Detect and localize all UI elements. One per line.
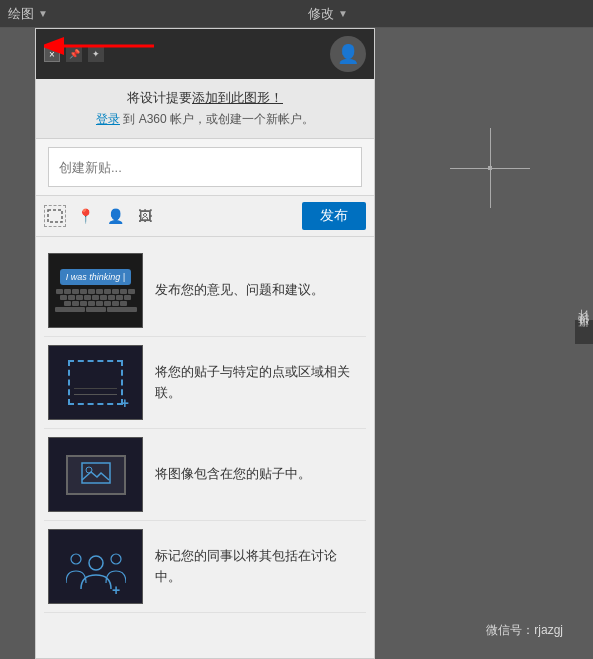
people-group: + — [66, 539, 126, 594]
login-subtext: 登录 到 A360 帐户，或创建一个新帐户。 — [48, 111, 362, 128]
key — [124, 295, 131, 300]
key — [116, 295, 123, 300]
key-space — [86, 307, 106, 312]
feature-img-location: + — [48, 345, 143, 420]
key — [80, 301, 87, 306]
image-inner-icon — [72, 461, 120, 489]
key — [128, 289, 135, 294]
svg-point-5 — [89, 556, 103, 570]
keyboard-row-3 — [64, 301, 127, 306]
key — [72, 301, 79, 306]
region-select-icon-svg — [47, 209, 63, 223]
key — [108, 295, 115, 300]
key — [120, 289, 127, 294]
watermark: 微信号：rjazgj — [486, 622, 563, 639]
line-decor — [74, 388, 117, 389]
menu-drawing[interactable]: 绘图 ▼ — [8, 5, 48, 23]
key — [64, 301, 71, 306]
svg-text:+: + — [112, 582, 120, 597]
select-region-icon[interactable] — [44, 205, 66, 227]
keyboard-row-2 — [60, 295, 131, 300]
login-link[interactable]: 登录 — [96, 112, 120, 126]
menu-drawing-label: 绘图 — [8, 5, 34, 23]
feature-img-people: + — [48, 529, 143, 604]
design-feed-panel: × 📌 ✦ 👤 将设计提要添加到此图形！ 登录 到 A360 帐户，或创建一个新… — [35, 28, 375, 659]
login-prefix: 将设计提要 — [127, 90, 192, 105]
key — [72, 289, 79, 294]
menu-modify[interactable]: 修改 ▼ — [308, 5, 348, 23]
key — [120, 301, 127, 306]
key — [80, 289, 87, 294]
feature-item-image: 将图像包含在您的贴子中。 — [44, 429, 366, 521]
feature-item-mention: + 标记您的同事以将其包括在讨论中。 — [44, 521, 366, 613]
location-box: + — [68, 360, 123, 405]
svg-rect-2 — [48, 210, 62, 222]
post-toolbar: 📍 👤 🖼 发布 — [36, 196, 374, 237]
svg-point-6 — [71, 554, 81, 564]
svg-point-7 — [111, 554, 121, 564]
post-input-area — [36, 139, 374, 196]
feature-img-typing: I was thinking | — [48, 253, 143, 328]
feature-text-image: 将图像包含在您的贴子中。 — [155, 464, 311, 485]
key — [88, 289, 95, 294]
laptop-shape — [66, 455, 126, 495]
key — [88, 301, 95, 306]
key — [96, 289, 103, 294]
image-icon-glyph: 🖼 — [138, 208, 152, 224]
cad-canvas — [380, 28, 593, 659]
key — [104, 301, 111, 306]
keyboard-row-4 — [55, 307, 137, 312]
key — [64, 289, 71, 294]
user-avatar: 👤 — [330, 36, 366, 72]
menu-modify-arrow: ▼ — [338, 8, 348, 19]
pin-location-icon[interactable]: 📍 — [74, 205, 96, 227]
key — [56, 289, 63, 294]
key — [104, 289, 111, 294]
key-wide — [55, 307, 85, 312]
people-svg: + — [66, 539, 126, 597]
key-wide2 — [107, 307, 137, 312]
red-arrow-indicator — [44, 36, 164, 86]
feature-text-mention: 标记您的同事以将其包括在讨论中。 — [155, 546, 362, 588]
login-prompt-text: 将设计提要添加到此图形！ — [48, 89, 362, 107]
pin-icon-glyph: 📍 — [77, 208, 94, 224]
feature-text-opinion: 发布您的意见、问题和建议。 — [155, 280, 324, 301]
feature-img-image — [48, 437, 143, 512]
key — [100, 295, 107, 300]
attach-image-icon[interactable]: 🖼 — [134, 205, 156, 227]
watermark-text: 微信号：rjazgj — [486, 623, 563, 637]
line-decor2 — [74, 394, 117, 395]
key — [76, 295, 83, 300]
laptop-screen — [72, 461, 120, 489]
location-plus-icon: + — [121, 395, 129, 411]
key — [112, 301, 119, 306]
menu-modify-label: 修改 — [308, 5, 334, 23]
sidebar-vertical-text: 概计设计 — [576, 328, 591, 336]
feature-item-opinion: I was thinking | — [44, 245, 366, 337]
key — [84, 295, 91, 300]
login-suffix: 到 A360 帐户，或创建一个新帐户。 — [123, 112, 314, 126]
feature-list: I was thinking | — [36, 237, 374, 658]
key — [60, 295, 67, 300]
key — [96, 301, 103, 306]
key — [112, 289, 119, 294]
publish-button[interactable]: 发布 — [302, 202, 366, 230]
mention-user-icon[interactable]: 👤 — [104, 205, 126, 227]
toolbar-icon-group: 📍 👤 🖼 — [44, 205, 156, 227]
typing-bubble: I was thinking | — [60, 269, 131, 285]
avatar-icon: 👤 — [337, 43, 359, 65]
image-svg-icon — [81, 462, 111, 487]
key — [92, 295, 99, 300]
feature-item-location: + 将您的贴子与特定的点或区域相关联。 — [44, 337, 366, 429]
crosshair-dot — [488, 166, 492, 170]
person-icon-glyph: 👤 — [107, 208, 124, 224]
menu-drawing-arrow: ▼ — [38, 8, 48, 19]
post-input-field[interactable] — [48, 147, 362, 187]
login-prompt-area: 将设计提要添加到此图形！ 登录 到 A360 帐户，或创建一个新帐户。 — [36, 79, 374, 139]
key — [68, 295, 75, 300]
right-sidebar: 概计设计 — [575, 320, 593, 344]
top-menu-bar: 绘图 ▼ 修改 ▼ — [0, 0, 593, 28]
login-link-underline: 添加到此图形！ — [192, 90, 283, 105]
feature-text-location: 将您的贴子与特定的点或区域相关联。 — [155, 362, 362, 404]
keyboard-row-1 — [56, 289, 135, 294]
